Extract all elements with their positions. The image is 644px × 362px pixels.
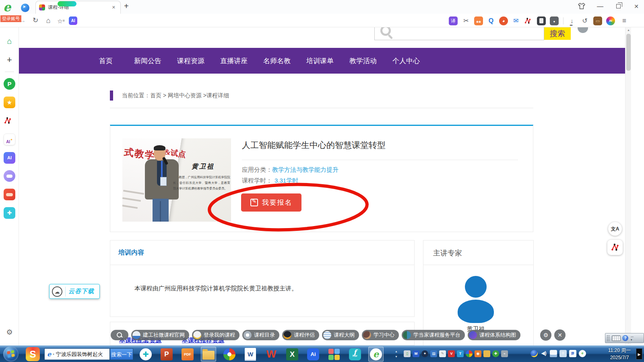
scroll-up-icon[interactable]: ▲: [625, 27, 632, 33]
search-extension-icon[interactable]: Q: [487, 16, 495, 25]
nav-item-activities[interactable]: 教学活动: [349, 56, 377, 66]
browser-tray-icon[interactable]: [466, 350, 473, 357]
sidebar-home-icon[interactable]: ⌂: [4, 35, 15, 47]
breadcrumb[interactable]: 当前位置：首页 > 网培中心资源 >课程详细: [122, 92, 229, 99]
nav-item-training-list[interactable]: 培训课单: [306, 56, 334, 66]
dock-item-course-catalog[interactable]: 课程目录: [242, 330, 279, 340]
theme-shirt-icon[interactable]: [575, 0, 588, 13]
page-scrollbar[interactable]: ▲ ▼: [625, 27, 631, 346]
ime-help-icon[interactable]: ?: [622, 335, 628, 341]
t-app-tray-icon[interactable]: T: [457, 350, 464, 357]
tab-close-icon[interactable]: ✕: [110, 4, 117, 11]
enroll-button[interactable]: 我要报名: [241, 193, 301, 212]
home-icon[interactable]: ⌂: [43, 16, 53, 25]
pdf-app-icon[interactable]: PDF: [180, 347, 195, 362]
scrollbar-thumb[interactable]: [626, 34, 631, 71]
restore-button[interactable]: [611, 0, 625, 13]
dock-search-icon[interactable]: [111, 330, 128, 340]
sidebar-pin-icon[interactable]: P: [4, 78, 15, 90]
ime-minimize-icon[interactable]: —▾: [631, 335, 634, 341]
mail-extension-icon[interactable]: ✉: [512, 16, 520, 25]
excel-icon[interactable]: X: [285, 347, 300, 362]
sidebar-ai-ring-icon[interactable]: AI: [4, 134, 15, 145]
dock-item-official-site[interactable]: 建工社微课程官网: [131, 330, 189, 340]
site-search-input[interactable]: [374, 27, 544, 40]
dock-item-my-courses[interactable]: 登录我的课程: [192, 330, 239, 340]
hours-value[interactable]: 3.31学时: [275, 177, 298, 184]
tax-app-icon[interactable]: ✚: [138, 347, 153, 362]
volume-icon[interactable]: ◀): [540, 350, 547, 357]
dock-item-learning-center[interactable]: 学习中心: [362, 330, 399, 340]
m-app-tray-icon[interactable]: M: [413, 350, 419, 357]
undo-icon[interactable]: ↺: [580, 16, 589, 25]
browser-tab[interactable]: 课程-详细 ✕: [35, 1, 121, 14]
cloud-download-widget[interactable]: ☁ 云吞下载: [49, 284, 100, 299]
folder-tray-icon[interactable]: [483, 350, 490, 357]
new-tab-button[interactable]: +: [124, 2, 129, 11]
reload-icon[interactable]: ↻: [31, 16, 40, 25]
weibo-extension-icon[interactable]: [499, 16, 508, 25]
share-molecule-icon[interactable]: [524, 16, 533, 25]
ball-tray-icon[interactable]: [530, 350, 538, 357]
bookmarks-icon[interactable]: ☆≡: [56, 16, 66, 25]
login-account-badge[interactable]: 登录账号: [0, 15, 21, 22]
doc-tray-icon[interactable]: ▤: [430, 350, 437, 357]
sidebar-robot-icon[interactable]: [4, 170, 15, 182]
ime-tray-icon[interactable]: 拼: [569, 350, 576, 357]
plug-tray-icon[interactable]: ⌁: [501, 350, 508, 357]
pinwheel-browser-icon[interactable]: [222, 347, 237, 362]
show-desktop-button[interactable]: ▶: [636, 348, 642, 360]
sidebar-health-icon[interactable]: ✚: [4, 207, 15, 219]
dock-item-course-companion[interactable]: 课程伴侣: [282, 330, 319, 340]
foxit-pdf-icon[interactable]: ƒPDF: [347, 347, 363, 362]
site-search-button[interactable]: 搜索: [544, 27, 571, 40]
network-icon[interactable]: ⌑: [559, 350, 567, 357]
menu-icon[interactable]: ≡: [620, 16, 629, 25]
nav-item-news[interactable]: 新闻公告: [134, 56, 161, 66]
category-link[interactable]: 教学方法与教学能力提升: [272, 166, 339, 173]
compass-tray-icon[interactable]: ✦: [421, 350, 428, 357]
browser-360-icon[interactable]: e: [368, 347, 384, 362]
dock-item-course-outline[interactable]: 课程大纲: [322, 330, 359, 340]
brush-tray-icon[interactable]: ✎: [439, 350, 446, 357]
browser-logo-icon[interactable]: e: [3, 0, 11, 14]
molecule-float-button[interactable]: [607, 240, 623, 255]
wps-icon[interactable]: W: [264, 347, 279, 362]
v-app-tray-icon[interactable]: V: [448, 350, 455, 357]
sidebar-molecule-icon[interactable]: [4, 115, 15, 127]
sidebar-favorites-icon[interactable]: ★: [4, 97, 15, 108]
sidebar-gamepad-icon[interactable]: [4, 189, 15, 200]
minimize-button[interactable]: —: [593, 0, 607, 13]
briefcase-icon[interactable]: [593, 16, 602, 25]
taskbar-search-box[interactable]: e ▾ 宁波乐园装饰树起火: [44, 348, 110, 360]
shield-tray-icon[interactable]: ✚: [492, 350, 499, 357]
send-icon[interactable]: [21, 4, 29, 12]
e-tray-icon[interactable]: e: [579, 350, 586, 357]
usb-tray-icon[interactable]: ▯: [404, 350, 411, 357]
dock-close-icon[interactable]: ✕: [554, 329, 566, 341]
translate-float-button[interactable]: 文A: [608, 222, 622, 236]
sidebar-ai-square-icon[interactable]: AI: [4, 152, 15, 164]
ai-assistant-icon[interactable]: AI: [69, 16, 77, 25]
ime-language-bar[interactable]: ? —▾: [605, 333, 644, 343]
sidebar-settings-gear-icon[interactable]: ⚙: [4, 327, 15, 338]
extensions-puzzle-icon[interactable]: [550, 16, 559, 25]
dock-item-structure-map[interactable]: 课程体系结构图: [468, 330, 520, 340]
color-tiles-icon[interactable]: [326, 347, 342, 362]
download-icon[interactable]: ↓: [568, 16, 576, 25]
translate-extension-icon[interactable]: 译: [449, 16, 458, 25]
nav-item-live[interactable]: 直播讲座: [220, 56, 248, 66]
tray-scroll-arrows[interactable]: ▲▼: [394, 349, 399, 360]
dock-settings-gear-icon[interactable]: ⚙: [540, 329, 551, 341]
sogou-taskbar-icon[interactable]: S: [26, 347, 40, 361]
nav-item-home[interactable]: 首页: [99, 56, 113, 66]
powerpoint-icon[interactable]: P: [159, 347, 174, 362]
notebook-extension-icon[interactable]: [537, 16, 546, 25]
taskbar-clock[interactable]: 11:20 周一 2025/7/7: [603, 347, 636, 361]
ai-circle-icon[interactable]: AI: [606, 16, 615, 25]
sidebar-add-icon[interactable]: +: [4, 54, 15, 66]
dock-item-service-platform[interactable]: 学当家课程服务平台: [402, 330, 465, 340]
close-button[interactable]: ✕: [630, 0, 643, 13]
game-extension-icon[interactable]: [474, 16, 483, 25]
word-doc-icon[interactable]: W: [243, 347, 258, 362]
